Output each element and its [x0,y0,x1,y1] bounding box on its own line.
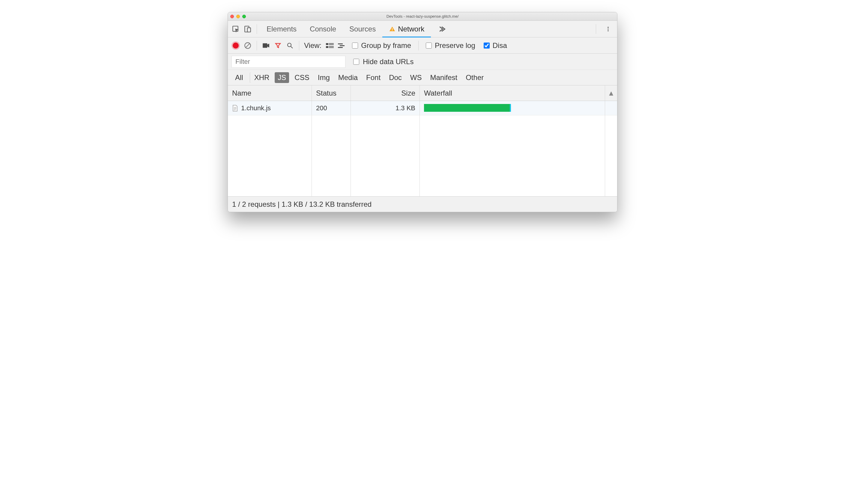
col-header-name[interactable]: Name [228,85,312,101]
hide-data-urls-checkbox[interactable]: Hide data URLs [353,57,413,66]
panel-tabs: Elements Console Sources Network [228,21,617,37]
cell-name: 1.chunk.js [228,101,312,115]
type-chip-font[interactable]: Font [363,72,384,83]
preserve-log-checkbox[interactable]: Preserve log [426,41,475,50]
filter-input[interactable] [231,56,346,68]
window-minimize-button[interactable] [236,15,240,18]
cell-size: 1.3 KB [351,101,420,115]
svg-rect-3 [392,28,392,30]
warning-icon [389,26,395,32]
svg-rect-19 [338,47,343,48]
traffic-lights [230,15,246,18]
search-icon[interactable] [284,39,296,52]
filter-icon[interactable] [272,39,284,52]
tab-label: Sources [349,25,376,33]
requests-table: Name Status Size Waterfall ▲ 1.chunk.js … [228,85,617,196]
svg-rect-11 [326,43,328,45]
svg-rect-17 [338,43,343,44]
table-empty-area [228,115,617,196]
type-chip-other[interactable]: Other [463,72,487,83]
checkbox-label: Group by frame [361,41,411,50]
svg-rect-12 [329,43,334,44]
svg-rect-14 [326,46,328,48]
titlebar: DevTools - react-lazy-suspense.glitch.me… [228,12,617,21]
status-bar: 1 / 2 requests | 1.3 KB / 13.2 KB transf… [228,196,617,212]
clear-icon[interactable] [242,39,254,52]
svg-point-10 [287,43,291,47]
svg-rect-18 [340,45,345,46]
tab-label: Console [310,25,336,33]
group-by-frame-checkbox[interactable]: Group by frame [352,41,411,50]
type-chip-manifest[interactable]: Manifest [427,72,461,83]
type-chip-all[interactable]: All [232,72,246,83]
sort-indicator-icon[interactable]: ▲ [605,85,617,101]
divider [418,41,419,50]
tab-network[interactable]: Network [382,25,431,33]
col-header-waterfall[interactable]: Waterfall [420,85,605,101]
col-header-status[interactable]: Status [312,85,351,101]
svg-rect-13 [329,44,334,45]
preserve-log-input[interactable] [426,42,432,49]
record-button[interactable] [230,39,242,52]
more-tabs-icon[interactable] [436,23,448,35]
tab-console[interactable]: Console [303,25,343,33]
camera-icon[interactable] [260,39,272,52]
window-close-button[interactable] [230,15,234,18]
hide-data-urls-input[interactable] [353,59,359,65]
type-chip-ws[interactable]: WS [407,72,425,83]
window-title: DevTools - react-lazy-suspense.glitch.me… [228,14,617,19]
inspect-element-icon[interactable] [230,23,242,35]
checkbox-label: Disa [493,41,507,50]
window-zoom-button[interactable] [242,15,246,18]
type-chip-js[interactable]: JS [275,72,289,83]
table-header: Name Status Size Waterfall ▲ [228,85,617,101]
tab-label: Elements [267,25,297,33]
type-chip-doc[interactable]: Doc [386,72,405,83]
disable-cache-checkbox[interactable]: Disa [484,41,507,50]
tab-sources[interactable]: Sources [343,25,382,33]
cell-pad [605,101,617,115]
filter-bar: Hide data URLs [228,54,617,70]
type-chip-img[interactable]: Img [315,72,333,83]
svg-point-7 [608,30,609,32]
waterfall-bar [424,104,511,112]
device-toolbar-icon[interactable] [242,23,254,35]
checkbox-label: Hide data URLs [363,57,413,66]
file-icon [232,105,238,112]
cell-waterfall [420,101,605,115]
network-toolbar: View: Group by frame Preserve log Disa [228,37,617,54]
table-row[interactable]: 1.chunk.js 200 1.3 KB [228,101,617,115]
group-by-frame-input[interactable] [352,42,358,49]
checkbox-label: Preserve log [435,41,475,50]
settings-kebab-icon[interactable] [602,23,614,35]
svg-rect-9 [263,43,267,48]
view-small-icon[interactable] [336,39,348,52]
tab-elements[interactable]: Elements [260,25,303,33]
cell-status: 200 [312,101,351,115]
file-name: 1.chunk.js [241,104,271,112]
divider [257,24,257,34]
svg-point-6 [608,29,609,30]
type-chip-xhr[interactable]: XHR [250,72,272,83]
svg-rect-15 [329,46,334,47]
divider [257,41,257,50]
type-filter-row: All XHR JS CSS Img Media Font Doc WS Man… [228,70,617,85]
svg-point-5 [608,27,609,28]
devtools-window: DevTools - react-lazy-suspense.glitch.me… [228,12,617,212]
col-header-size[interactable]: Size [351,85,420,101]
tab-label: Network [398,25,424,33]
view-large-icon[interactable] [324,39,336,52]
divider [299,41,299,50]
type-chip-css[interactable]: CSS [292,72,312,83]
svg-rect-4 [392,30,392,31]
svg-rect-2 [247,28,251,32]
svg-rect-16 [329,47,334,48]
status-summary: 1 / 2 requests | 1.3 KB / 13.2 KB transf… [232,200,371,209]
disable-cache-input[interactable] [484,42,490,49]
type-chip-media[interactable]: Media [335,72,361,83]
view-label: View: [304,41,321,50]
